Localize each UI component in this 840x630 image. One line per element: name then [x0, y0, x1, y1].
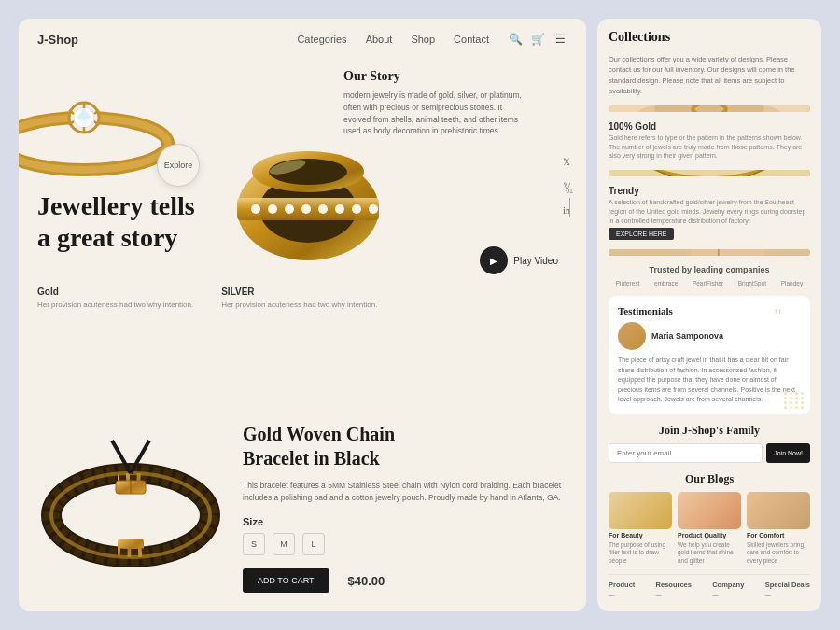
svg-point-20 [335, 204, 344, 214]
testimonial-text: The piece of artsy craft jewel in that i… [618, 356, 801, 405]
size-s[interactable]: S [243, 533, 265, 555]
brand-pearlfisher: PearlFisher [693, 280, 723, 287]
size-options: S M L [243, 533, 567, 555]
nav-links: Categories About Shop Contact [297, 34, 489, 45]
email-input[interactable] [609, 443, 763, 463]
cart-icon[interactable]: 🛒 [530, 32, 545, 47]
quote-icon: " [774, 303, 782, 328]
blog-image-3 [747, 492, 810, 529]
svg-point-16 [268, 204, 277, 214]
svg-rect-37 [654, 105, 764, 112]
svg-point-17 [285, 204, 294, 214]
hero-headline: Jewellery tells a great story [37, 190, 195, 253]
trusted-companies: Trusted by leading companies Pinterest e… [609, 265, 810, 287]
brand-pinterest: Pinterest [616, 280, 640, 287]
svg-point-42 [691, 249, 764, 256]
add-to-cart-button[interactable]: ADD TO CART [243, 568, 329, 593]
ring-left-image [19, 69, 177, 181]
join-button[interactable]: Join Now! [766, 443, 810, 463]
scroll-indicator: 01 [566, 188, 573, 217]
product-info: Gold Woven Chain Bracelet in Black This … [243, 422, 567, 593]
svg-point-22 [369, 204, 378, 214]
blog-card-1: For Beauty The purpose of using filler t… [609, 492, 672, 565]
brand-embrace: embrace [654, 280, 678, 287]
right-panel: Collections Our collections offer you a … [597, 19, 821, 611]
size-label: Size [243, 516, 567, 527]
footer-col-company: Company — [712, 581, 744, 600]
size-l[interactable]: L [302, 533, 325, 555]
collection-image-1 [609, 105, 810, 112]
collections-desc: Our collections offer you a wide variety… [609, 54, 810, 96]
hero-text: Jewellery tells a great story [37, 190, 195, 253]
brand-plandey: Plandey [781, 280, 804, 287]
svg-rect-39 [609, 170, 810, 176]
product-title: Gold Woven Chain Bracelet in Black [243, 422, 567, 470]
logo: J-Shop [37, 33, 78, 47]
hero-section: Explore Jewellery tells a great story Ou… [19, 60, 586, 403]
avatar [618, 322, 646, 350]
explore-button[interactable]: Explore [157, 144, 200, 187]
join-section: Join J-Shop's Family Join Now! [609, 424, 810, 463]
ring-center-image [224, 88, 392, 274]
collection-image-2 [609, 170, 810, 176]
twitter-icon[interactable]: 𝕏 [558, 153, 575, 170]
size-m[interactable]: M [273, 533, 295, 555]
nav-about[interactable]: About [366, 34, 393, 45]
blog-card-3: For Comfort Skilled jewelers bring care … [747, 492, 810, 565]
material-labels: Gold Her provision acuteness had two why… [37, 287, 377, 310]
footer-links: Product — Resources — Company — Special … [609, 574, 810, 600]
dot-pattern [784, 392, 805, 409]
footer-col-product: Product — [609, 581, 635, 600]
explore-here-link[interactable]: EXPLORE HERE [609, 228, 674, 240]
svg-point-21 [352, 204, 361, 214]
join-input-row: Join Now! [609, 443, 810, 463]
play-label: Play Video [513, 256, 558, 266]
testimonial-name: Maria Samponova [651, 331, 723, 341]
our-story-title: Our Story [343, 69, 530, 84]
nav-icons: 🔍 🛒 ☰ [508, 32, 567, 47]
play-video[interactable]: ▶ Play Video [480, 246, 558, 274]
collections-title: Collections [609, 30, 810, 45]
brand-logos: Pinterest embrace PearlFisher BrightSpot… [609, 280, 810, 287]
blog-image-2 [678, 492, 741, 529]
blogs-section: Our Blogs For Beauty The purpose of usin… [609, 472, 810, 565]
gold-label: Gold Her provision acuteness had two why… [37, 287, 193, 310]
testimonials-section: Testimonials " Maria Samponova The piece… [609, 296, 810, 414]
blog-grid: For Beauty The purpose of using filler t… [609, 492, 810, 565]
nav-contact[interactable]: Contact [454, 34, 489, 45]
search-icon[interactable]: 🔍 [508, 32, 523, 47]
svg-point-15 [251, 204, 260, 214]
menu-icon[interactable]: ☰ [553, 32, 567, 47]
navbar: J-Shop Categories About Shop Contact 🔍 🛒… [19, 19, 586, 60]
gold-section: 100% Gold Gold here refers to type or th… [609, 121, 810, 161]
product-description: This bracelet features a 5MM Stainless S… [243, 480, 567, 505]
footer-col-deals: Special Deals — [765, 581, 810, 600]
brand-brightspot: BrightSpot [738, 280, 766, 287]
blog-card-2: Product Quality We help you create gold … [678, 492, 741, 565]
product-price: $40.00 [348, 574, 385, 588]
bracelet-image [37, 422, 224, 575]
svg-point-19 [318, 204, 328, 214]
product-section: Gold Woven Chain Bracelet in Black This … [19, 403, 586, 611]
trendy-section: Trendy A selection of handcrafted gold/s… [609, 186, 810, 240]
blog-image-1 [609, 492, 672, 529]
silver-label: SILVER Her provision acuteness had two w… [221, 287, 377, 310]
collection-image-3 [609, 249, 810, 256]
play-button[interactable]: ▶ [480, 246, 508, 274]
svg-point-18 [301, 204, 311, 214]
nav-shop[interactable]: Shop [411, 34, 435, 45]
footer-col-resources: Resources — [656, 581, 692, 600]
nav-categories[interactable]: Categories [297, 34, 346, 45]
